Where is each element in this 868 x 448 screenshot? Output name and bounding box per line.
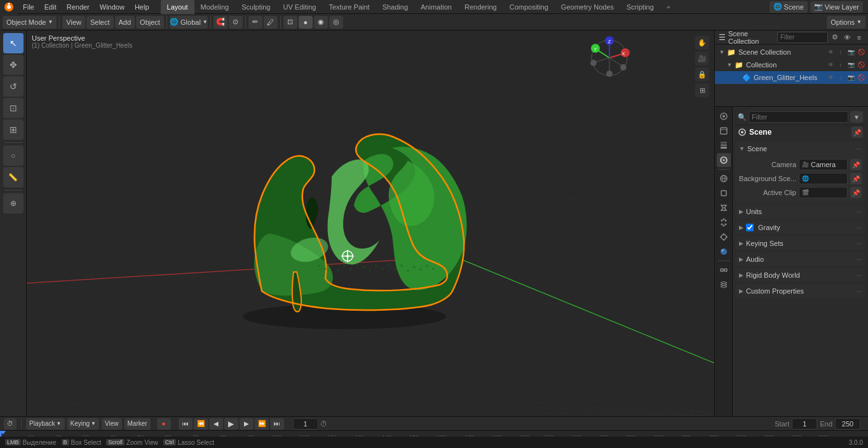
tab-compositing[interactable]: Compositing [503, 0, 555, 14]
transform-tool-btn[interactable]: ⊞ [3, 119, 24, 140]
annotate-btn[interactable]: ✏ [248, 16, 262, 29]
active-clip-value[interactable]: 🎬 [799, 187, 848, 198]
menu-help[interactable]: Help [130, 0, 154, 14]
outliner-filter-btn[interactable]: ⚙ [830, 32, 840, 43]
obj-hide[interactable]: 🚫 [857, 73, 865, 82]
play-btn[interactable]: ▶ [224, 418, 238, 430]
start-frame-field[interactable]: 1 [792, 418, 817, 430]
tab-rendering[interactable]: Rendering [458, 0, 503, 14]
vp-lock-icon[interactable]: 🔒 [695, 67, 709, 81]
outliner-eye-icon[interactable]: 👁 [842, 32, 852, 43]
jump-end-btn[interactable]: ⏭ [270, 418, 284, 430]
units-section-menu[interactable]: ··· [857, 208, 862, 215]
view-menu-btn[interactable]: View [62, 16, 85, 29]
move-tool-btn[interactable]: ✥ [3, 55, 24, 75]
col-hide[interactable]: 🚫 [857, 60, 865, 69]
record-btn[interactable]: ● [157, 418, 171, 430]
col-select[interactable]: ↕ [836, 60, 845, 69]
next-frame-btn[interactable]: ⏩ [255, 418, 269, 430]
cursor-tool-btn[interactable]: ⊕ [3, 193, 24, 214]
shading-material-btn[interactable]: ◉ [314, 16, 328, 29]
particle-props-btn[interactable] [717, 215, 731, 229]
tab-texture-paint[interactable]: Texture Paint [322, 0, 376, 14]
scene-section-menu[interactable]: ··· [857, 146, 862, 153]
transform-global-icon[interactable]: 🌐 Global ▼ [170, 16, 208, 29]
eye-toggle[interactable]: 👁 [826, 48, 835, 57]
obj-render[interactable]: 📷 [846, 73, 855, 82]
units-section-header[interactable]: ▶ Units ··· [735, 205, 865, 219]
outliner-search-input[interactable] [777, 32, 828, 43]
scene-props-btn[interactable] [717, 153, 731, 167]
scene-section-header[interactable]: ▼ Scene ··· [735, 142, 865, 156]
tab-add[interactable]: + [660, 0, 677, 14]
prev-frame-btn[interactable]: ⏪ [194, 418, 208, 430]
snap-btn[interactable]: 🧲 [214, 16, 227, 29]
prop-filter-options-btn[interactable]: ▼ [850, 111, 863, 123]
end-frame-field[interactable]: 250 [835, 418, 860, 430]
next-keyframe-btn[interactable]: ▶ [240, 418, 254, 430]
output-props-btn[interactable] [717, 124, 731, 138]
menu-window[interactable]: Window [95, 0, 130, 14]
prop-pinned-icon[interactable]: 📌 [851, 126, 863, 138]
col-render[interactable]: 📷 [846, 60, 855, 69]
custom-properties-section-menu[interactable]: ··· [857, 288, 862, 295]
gravity-section-menu[interactable]: ··· [857, 224, 862, 231]
scale-tool-btn[interactable]: ⊡ [3, 98, 24, 118]
prop-search-input[interactable] [749, 111, 848, 123]
audio-section-header[interactable]: ▶ Audio ··· [735, 252, 865, 266]
hide-toggle[interactable]: 🚫 [857, 48, 865, 57]
obj-select[interactable]: ↕ [836, 73, 845, 82]
outliner-restrict-btn[interactable]: ≡ [854, 32, 864, 43]
marker-btn[interactable]: Marker [125, 418, 151, 430]
menu-edit[interactable]: Edit [39, 0, 62, 14]
viewport[interactable]: 🖥 Object Mode ▼ View Select Add Object [27, 31, 714, 416]
gravity-section-header[interactable]: ▶ Gravity ··· [735, 221, 865, 234]
tab-layout[interactable]: Layout [161, 0, 194, 14]
tab-sculpting[interactable]: Sculpting [235, 0, 276, 14]
annotate-tool-btn[interactable]: ○ [3, 146, 24, 166]
add-menu-btn[interactable]: Add [115, 16, 135, 29]
camera-value[interactable]: 🎥 Camera [799, 159, 848, 170]
shading-wire-btn[interactable]: ⊡ [283, 16, 297, 29]
tab-geometry-nodes[interactable]: Geometry Nodes [555, 0, 620, 14]
physics-props-btn[interactable] [717, 230, 731, 244]
shading-solid-btn[interactable]: ● [299, 16, 313, 29]
jump-start-btn[interactable]: ⏮ [179, 418, 193, 430]
rigid-body-world-section-menu[interactable]: ··· [857, 272, 862, 279]
timeline-editor-type-btn[interactable]: ⏱ [4, 418, 17, 430]
keying-sets-section-menu[interactable]: ··· [857, 240, 862, 247]
modifier-props-btn[interactable] [717, 201, 731, 215]
prev-keyframe-btn[interactable]: ◀ [209, 418, 223, 430]
tl-view-btn[interactable]: View [102, 418, 122, 430]
tab-modeling[interactable]: Modeling [194, 0, 236, 14]
outliner-scene-collection[interactable]: ▼ 📁 Scene Collection 👁 ↕ 📷 🚫 [715, 46, 868, 58]
gravity-checkbox[interactable] [746, 224, 754, 231]
rigid-body-world-section-header[interactable]: ▶ Rigid Body World ··· [735, 268, 865, 282]
select-tool-btn[interactable]: ↖ [3, 33, 24, 53]
vp-camera-icon[interactable]: 🎥 [695, 51, 709, 65]
proportional-edit-btn[interactable]: ⊙ [229, 16, 243, 29]
tab-shading[interactable]: Shading [376, 0, 414, 14]
view-layer-selector[interactable]: 📷 View Layer [810, 1, 863, 13]
render-props-btn[interactable] [717, 109, 731, 123]
menu-render[interactable]: Render [62, 0, 95, 14]
measure-tool-btn[interactable]: 📏 [3, 167, 24, 187]
rotate-tool-btn[interactable]: ↺ [3, 76, 24, 97]
select-menu-btn[interactable]: Select [86, 16, 114, 29]
shading-render-btn[interactable]: ◎ [329, 16, 343, 29]
outliner-collection-item[interactable]: ▼ 📁 Collection 👁 ↕ 📷 🚫 [715, 58, 868, 71]
tab-animation[interactable]: Animation [414, 0, 458, 14]
material-props-btn[interactable] [717, 245, 731, 259]
grease-pencil-btn[interactable]: 🖊 [264, 16, 278, 29]
constraint-props-btn[interactable] [717, 263, 731, 277]
select-toggle[interactable]: ↕ [836, 48, 845, 57]
bg-scene-btn[interactable]: 📌 [850, 173, 862, 184]
object-menu-btn[interactable]: Object [136, 16, 164, 29]
bg-scene-value[interactable]: 🌐 [799, 173, 848, 184]
audio-section-menu[interactable]: ··· [857, 256, 862, 263]
data-props-btn[interactable] [717, 278, 731, 292]
world-props-btn[interactable] [717, 172, 731, 186]
tab-scripting[interactable]: Scripting [620, 0, 660, 14]
vp-hand-icon[interactable]: ✋ [695, 36, 709, 50]
vp-grid-icon[interactable]: ⊞ [695, 83, 709, 97]
